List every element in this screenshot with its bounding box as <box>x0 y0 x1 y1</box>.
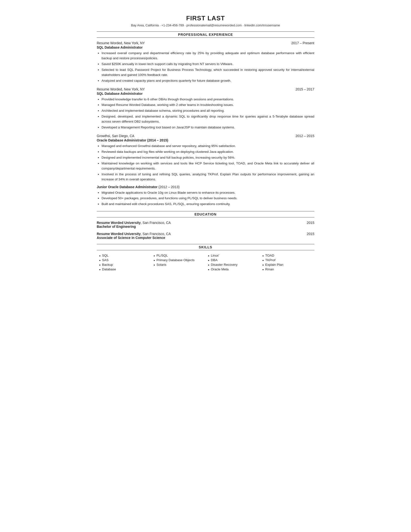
skill-item: ● Disaster Recovery <box>208 263 257 266</box>
skills-col-4: ● TOAD ● TKProf ● Explain Plan ● Rman <box>260 254 314 272</box>
skills-section-title: SKILLS <box>97 244 314 250</box>
job-title-2: SQL Database Administrator <box>97 92 314 95</box>
subrole-dates: (2012 – 2013) <box>158 185 180 189</box>
job-header-1: Resume Worded, New York, NY 2017 – Prese… <box>97 41 314 45</box>
skill-label: TKProf <box>265 258 275 262</box>
skills-col-2: ● PL/SQL ● Primary Database Objects ● So… <box>151 254 206 272</box>
skill-label: SQL <box>102 254 109 257</box>
skill-label: Oracle Meta <box>211 267 229 271</box>
edu-degree-1: Bachelor of Engineering <box>97 225 314 228</box>
bullet: Managed Resume Worded Database, working … <box>102 103 314 108</box>
skill-item: ● TOAD <box>262 254 312 257</box>
bullet: Increased overall company and department… <box>102 51 314 61</box>
skill-bullet-icon: ● <box>208 268 209 271</box>
bullet: Maintained knowledge on working with ser… <box>102 161 314 171</box>
edu-block-1: Resume Worded University, San Francisco,… <box>97 221 314 228</box>
subrole-bullets: Migrated Oracle applications to Oracle 1… <box>97 190 314 207</box>
skill-label: DBA <box>211 258 218 262</box>
skill-bullet-icon: ● <box>262 264 264 266</box>
edu-degree-2: Associate of Science in Computer Science <box>97 236 314 240</box>
job-bullets-1: Increased overall company and department… <box>97 51 314 83</box>
edu-school-name-1: Resume Worded University <box>97 221 141 225</box>
edu-school-2: Resume Worded University, San Francisco,… <box>97 232 171 236</box>
skill-bullet-icon: ● <box>99 264 101 266</box>
edu-year-1: 2015 <box>307 221 314 225</box>
job-title-3: Oracle Database Administrator (2014 – 20… <box>97 138 314 142</box>
education-section-title: EDUCATION <box>97 211 314 217</box>
edu-school-suffix-1: , San Francisco, CA <box>141 221 171 225</box>
experience-section-title: PROFESSIONAL EXPERIENCE <box>97 31 314 38</box>
bullet: Selected to lead SQL Password Project fo… <box>102 67 314 78</box>
job-title-1: SQL Database Administrator <box>97 46 314 49</box>
skill-bullet-icon: ● <box>154 264 155 266</box>
bullet: Built and maintained edit check procedur… <box>102 202 314 207</box>
edu-school-name-2: Resume Worded University <box>97 232 141 236</box>
skill-label: Backup <box>102 263 113 266</box>
skill-item: ● Explain Plan <box>262 263 312 266</box>
edu-school-suffix-2: , San Francisco, CA <box>141 232 171 236</box>
skill-label: Disaster Recovery <box>211 263 237 266</box>
bullet: Analyzed and created capacity plans and … <box>102 78 314 83</box>
skill-bullet-icon: ● <box>99 254 101 257</box>
job-header-2: Resume Worded, New York, NY 2015 – 2017 <box>97 87 314 91</box>
skill-bullet-icon: ● <box>262 268 264 271</box>
bullet: Involved in the process of tuning and re… <box>102 172 314 182</box>
edu-header-2: Resume Worded University, San Francisco,… <box>97 232 314 236</box>
skill-item: ● Primary Database Objects <box>154 258 203 262</box>
skill-bullet-icon: ● <box>208 264 209 266</box>
skill-label: TOAD <box>265 254 274 257</box>
job-dates-1: 2017 – Present <box>291 41 314 45</box>
skill-item: ● SAS <box>99 258 149 262</box>
bullet: Developed a Management Reporting tool ba… <box>102 125 314 130</box>
bullet: Developed 50+ packages, procedures, and … <box>102 196 314 201</box>
header-name: FIRST LAST <box>97 15 314 22</box>
edu-header-1: Resume Worded University, San Francisco,… <box>97 221 314 225</box>
skill-item: ● Rman <box>262 267 312 271</box>
education-section: EDUCATION Resume Worded University, San … <box>97 211 314 240</box>
job-bullets-2: Provided knowledge transfer to 6 other D… <box>97 97 314 130</box>
job-block-1: Resume Worded, New York, NY 2017 – Prese… <box>97 41 314 83</box>
skill-item: ● Linux' <box>208 254 257 257</box>
skill-label: Solaris <box>156 263 166 266</box>
skill-bullet-icon: ● <box>262 259 264 262</box>
skill-item: ● Solaris <box>154 263 203 266</box>
bullet: Architected and implemented database sch… <box>102 108 314 114</box>
job-bullets-3: Managed and enhanced Growthsi database a… <box>97 144 314 182</box>
job-dates-2: 2015 – 2017 <box>295 87 314 91</box>
edu-school-1: Resume Worded University, San Francisco,… <box>97 221 171 225</box>
skill-label: Database <box>102 267 116 271</box>
skill-item: ● TKProf <box>262 258 312 262</box>
bullet: Managed and enhanced Growthsi database a… <box>102 144 314 149</box>
bullet: Saved $250K annually in lower-tech suppo… <box>102 62 314 67</box>
job-title-text-3: Oracle Database Administrator <box>97 138 146 142</box>
skill-item: ● Database <box>99 267 149 271</box>
resume-container: FIRST LAST Bay Area, California · +1-234… <box>97 15 314 517</box>
subrole-block: Junior Oracle Database Administrator (20… <box>97 185 314 207</box>
skill-bullet-icon: ● <box>99 259 101 262</box>
skill-item: ● DBA <box>208 258 257 262</box>
skills-col-3: ● Linux' ● DBA ● Disaster Recovery ● Ora… <box>206 254 260 272</box>
subrole-title-text: Junior Oracle Database Administrator <box>97 185 158 189</box>
skill-item: ● SQL <box>99 254 149 257</box>
skill-label: Explain Plan <box>265 263 283 266</box>
job-block-2: Resume Worded, New York, NY 2015 – 2017 … <box>97 87 314 130</box>
skill-bullet-icon: ● <box>262 254 264 257</box>
header-contact: Bay Area, California · +1-234-456-789 · … <box>97 23 314 27</box>
skill-label: Primary Database Objects <box>156 258 195 262</box>
bullet: Migrated Oracle applications to Oracle 1… <box>102 190 314 195</box>
job-company-2: Resume Worded, New York, NY <box>97 87 145 91</box>
bullet: Designed, developed, and implemented a d… <box>102 114 314 124</box>
skills-col-1: ● SQL ● SAS ● Backup ● Database <box>97 254 151 272</box>
bullet: Reviewed data backups and log files whil… <box>102 150 314 154</box>
skill-label: Linux' <box>211 254 219 257</box>
skill-bullet-icon: ● <box>99 268 101 271</box>
bullet: Provided knowledge transfer to 6 other D… <box>102 97 314 102</box>
skills-grid: ● SQL ● SAS ● Backup ● Database <box>97 254 314 272</box>
skill-item: ● PL/SQL <box>154 254 203 257</box>
edu-year-2: 2015 <box>307 232 314 236</box>
skill-label: PL/SQL <box>156 254 168 257</box>
skill-label: SAS <box>102 258 109 262</box>
job-block-3: Growthsi, San Diego, CA 2012 – 2015 Orac… <box>97 134 314 207</box>
job-header-3: Growthsi, San Diego, CA 2012 – 2015 <box>97 134 314 138</box>
job-company-3: Growthsi, San Diego, CA <box>97 134 134 138</box>
